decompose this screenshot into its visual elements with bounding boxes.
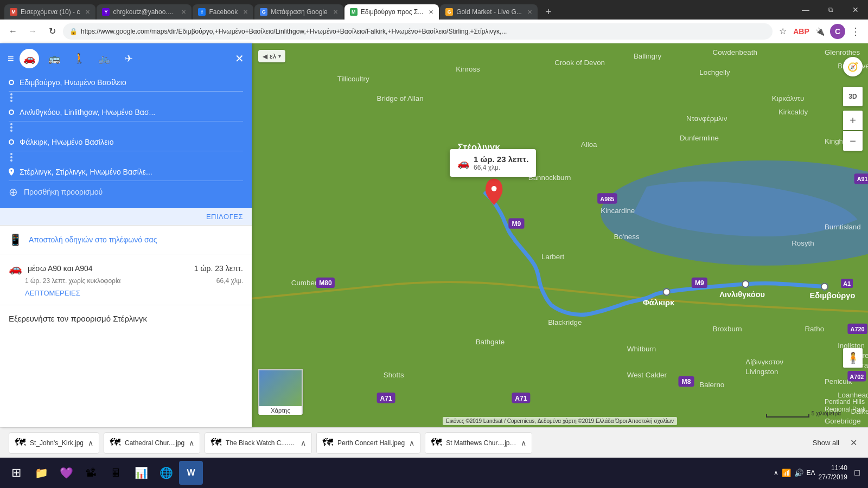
zoom-in-button[interactable]: +: [843, 111, 863, 130]
tab-facebook[interactable]: f Facebook ✕: [193, 4, 253, 20]
back-button[interactable]: ←: [4, 23, 22, 40]
download-item-5[interactable]: 🗺 St Matthews Chur....jpeg ∧: [425, 432, 532, 454]
tab-google-translate[interactable]: G Μετάφραση Google ✕: [254, 4, 343, 20]
volume-icon[interactable]: 🔊: [794, 468, 803, 477]
menu-icon[interactable]: ≡: [8, 53, 14, 64]
route-inputs: Εδιμβούργο, Ηνωμένο Βασίλειο Λινλιθγκόου…: [0, 74, 252, 208]
svg-text:Broxburn: Broxburn: [713, 325, 742, 333]
taskbar-file-explorer[interactable]: 📁: [29, 461, 53, 485]
tab-gold-market[interactable]: G Gold Market - Live G... ✕: [440, 4, 538, 20]
close-window-button[interactable]: ✕: [843, 0, 868, 20]
taskbar-chrome[interactable]: 🌐: [154, 461, 178, 485]
maximize-button[interactable]: ⧉: [818, 0, 843, 20]
reload-button[interactable]: ↻: [43, 23, 61, 40]
wp2-text: Φάλκιρκ, Ηνωμένο Βασίλειο: [20, 138, 243, 146]
new-tab-button[interactable]: +: [541, 4, 556, 20]
origin-dot: [9, 80, 14, 85]
download-item-2[interactable]: 🗺 Cathedral Chur....jpg ∧: [104, 432, 200, 454]
taskbar-calculator[interactable]: 🖩: [104, 461, 128, 485]
svg-text:A71: A71: [515, 395, 527, 402]
minimize-button[interactable]: —: [793, 0, 818, 20]
zoom-out-button[interactable]: −: [843, 131, 863, 151]
transport-plane[interactable]: ✈: [119, 49, 139, 68]
more-menu-button[interactable]: ⋮: [847, 23, 864, 40]
transport-transit[interactable]: 🚌: [44, 49, 64, 68]
route-input-wp2: Φάλκιρκ, Ηνωμένο Βασίλειο: [9, 133, 243, 151]
map-area[interactable]: Στέρλινγκ Φάλκιρκ Λινλιθγκόου Εδιμβούργο…: [252, 43, 868, 427]
pegman[interactable]: 🧍: [843, 348, 863, 368]
transport-car[interactable]: 🚗: [20, 49, 39, 68]
svg-text:A720: A720: [851, 326, 865, 332]
route-info-car-icon: 🚗: [457, 157, 469, 169]
forward-button[interactable]: →: [24, 23, 41, 40]
add-destination-row[interactable]: ⊕ Προσθήκη προορισμού: [9, 181, 243, 203]
tab-close-yahoo[interactable]: ✕: [181, 9, 186, 16]
map-thumbnail[interactable]: Χάρτης: [258, 369, 303, 414]
profile-avatar[interactable]: C: [830, 24, 845, 39]
address-bar-row: ← → ↻ 🔒 https://www.google.com/maps/dir/…: [0, 20, 868, 43]
adblock-icon[interactable]: ABP: [793, 23, 809, 40]
svg-text:Gorebridge: Gorebridge: [825, 417, 861, 425]
close-directions-button[interactable]: ✕: [235, 52, 244, 65]
scale-label: 5 χιλιόμετρα: [812, 410, 841, 416]
download-item-1[interactable]: 🗺 St_John's_Kirk.jpg ∧: [9, 432, 99, 454]
tab-gmail[interactable]: M Εισερχόμενα (10) - c ✕: [4, 4, 95, 20]
taskbar-word[interactable]: W: [179, 461, 203, 485]
svg-point-8: [742, 281, 749, 287]
clock[interactable]: 11:40 27/7/2019: [819, 464, 847, 482]
route-car-icon: 🚗: [9, 262, 22, 275]
close-downloads-button[interactable]: ✕: [848, 435, 859, 450]
route-distance: 66,4 χλμ.: [216, 277, 243, 285]
language-indicator[interactable]: ΕΛ: [807, 469, 815, 477]
notification-center[interactable]: □: [851, 461, 864, 485]
tab-close-gmail[interactable]: ✕: [85, 9, 90, 16]
download-item-4[interactable]: 🗺 Perth Concert Hall.jpeg ∧: [316, 432, 420, 454]
options-bar: ΕΠΙΛΟΓΕΣ: [0, 208, 252, 226]
svg-text:Lochgelly: Lochgelly: [699, 68, 730, 76]
download-arrow-1: ∧: [88, 439, 93, 447]
transport-walk[interactable]: 🚶: [69, 49, 89, 68]
tab-close-translate[interactable]: ✕: [333, 9, 338, 16]
download-icon-3: 🗺: [210, 436, 221, 449]
star-icon[interactable]: ☆: [775, 23, 791, 40]
map-3d-button[interactable]: 3D: [843, 87, 863, 106]
destination-text: Στέρλινγκ, Στίρλινγκ, Ηνωμένο Βασίλε...: [20, 168, 243, 176]
map-lang-selector[interactable]: ◀ ελ ▾: [258, 50, 285, 62]
svg-text:Blackridge: Blackridge: [548, 318, 582, 326]
svg-text:Pentland Hills: Pentland Hills: [825, 398, 865, 406]
tab-close-gold[interactable]: ✕: [527, 9, 532, 16]
download-item-3[interactable]: 🗺 The Black Watch C....jpg ∧: [205, 432, 312, 454]
tab-label-translate: Μετάφραση Google: [271, 8, 328, 16]
tab-close-facebook[interactable]: ✕: [243, 9, 248, 16]
compass[interactable]: 🧭: [843, 57, 863, 76]
svg-point-6: [821, 284, 828, 290]
details-link[interactable]: ΛΕΠΤΟΜΕΡΕΙΕΣ: [25, 289, 243, 297]
download-arrow-3: ∧: [301, 439, 306, 447]
tab-yahoo[interactable]: Y chrgkoutz@yahoo.c... ✕: [97, 4, 192, 20]
route-option[interactable]: 🚗 μέσω Α90 και Α904 1 ώρ. 23 λεπτ. 1 ώρ.…: [0, 254, 252, 305]
svg-text:Tillicoultry: Tillicoultry: [337, 75, 369, 83]
svg-text:M80: M80: [319, 279, 332, 287]
route-subtext: 1 ώρ. 23 λεπτ. χωρίς κυκλοφορία 66,4 χλμ…: [25, 277, 243, 285]
tab-google-maps[interactable]: M Εδιμβούργο προς Σ... ✕: [344, 4, 439, 20]
send-to-phone[interactable]: 📱 Αποστολή οδηγιών στο τηλέφωνό σας: [0, 226, 252, 254]
address-bar[interactable]: 🔒 https://www.google.com/maps/dir/Εδιμβο…: [63, 23, 773, 40]
lang-arrow-left: ◀: [263, 53, 267, 60]
show-all-label: Show all: [813, 439, 839, 447]
network-icon[interactable]: 📶: [782, 468, 791, 477]
options-button[interactable]: ΕΠΙΛΟΓΕΣ: [206, 213, 243, 221]
taskbar: ⊞ 📁 💜 📽 🖩 📊 🌐 W ∧ 📶 🔊 ΕΛ 11:40 27/7/2019…: [0, 458, 868, 488]
extension-icon[interactable]: 🔌: [812, 23, 828, 40]
transport-bike[interactable]: 🚲: [94, 49, 114, 68]
taskbar-viber[interactable]: 💜: [54, 461, 78, 485]
tray-arrow[interactable]: ∧: [774, 469, 778, 477]
tab-label-maps: Εδιμβούργο προς Σ...: [361, 8, 424, 16]
tab-close-maps[interactable]: ✕: [429, 9, 433, 16]
svg-text:A1: A1: [843, 280, 851, 287]
show-all-button[interactable]: Show all: [808, 432, 844, 454]
svg-text:Shotts: Shotts: [384, 371, 404, 379]
taskbar-excel[interactable]: 📊: [129, 461, 153, 485]
taskbar-powerpoint[interactable]: 📽: [79, 461, 103, 485]
tab-bar: M Εισερχόμενα (10) - c ✕ Y chrgkoutz@yah…: [0, 0, 868, 20]
start-button[interactable]: ⊞: [4, 461, 28, 485]
